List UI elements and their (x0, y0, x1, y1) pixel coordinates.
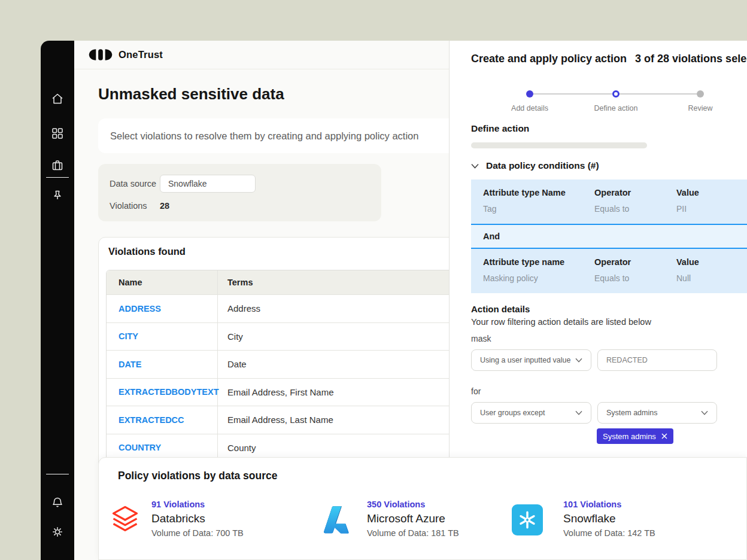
condition-connector: And (471, 225, 747, 248)
step-label-review: Review (682, 104, 718, 112)
table-row: DATE Date (107, 350, 450, 378)
step-review-dot[interactable] (697, 90, 704, 98)
violation-terms: Address (227, 303, 260, 314)
target-group-value: System admins (606, 409, 657, 417)
conditions-heading: Data policy conditions (#) (486, 160, 599, 171)
violation-terms: Date (227, 359, 247, 369)
brand-name: OneTrust (119, 49, 163, 60)
violation-name-link[interactable]: CITY (119, 331, 138, 341)
notifications-bell-icon[interactable] (50, 495, 65, 510)
action-details-heading: Action details (471, 304, 530, 314)
filter-summary-box: Data source Snowflake Violations 28 (98, 164, 381, 221)
source-violations-count[interactable]: 350 Violations (367, 500, 459, 509)
info-banner-text: Select violations to resolve them by cre… (110, 130, 418, 142)
chevron-down-icon (575, 409, 582, 417)
target-group-select[interactable]: System admins (597, 402, 717, 424)
step-add-details-dot[interactable] (526, 90, 533, 98)
progress-skeleton-bar (471, 142, 647, 148)
mask-value-text: REDACTED (606, 356, 648, 364)
sidebar-divider-bottom (46, 474, 69, 474)
selected-group-chip[interactable]: System admins (597, 428, 673, 444)
target-method-value: User groups except (480, 409, 545, 417)
for-label: for (471, 386, 481, 396)
condition-value-value: PII (676, 204, 687, 214)
snowflake-logo-icon (512, 504, 543, 535)
data-source-input[interactable]: Snowflake (160, 175, 256, 193)
condition-attr-value: Tag (483, 204, 497, 214)
violation-name-link[interactable]: DATE (119, 360, 141, 369)
condition-operator-value: Equals to (594, 204, 629, 214)
source-name: Microsoft Azure (367, 512, 459, 525)
policy-violations-card: Policy violations by data source 91 Viol… (98, 457, 747, 560)
table-row: EXTRACTEDBODYTEXT Email Address, First N… (107, 378, 450, 406)
target-method-select[interactable]: User groups except (471, 402, 591, 424)
condition-operator-header: Operator (594, 188, 631, 197)
mask-method-select[interactable]: Using a user inputted value (471, 349, 591, 371)
condition-row: Attribute type name Operator Value Maski… (471, 249, 747, 293)
source-volume: Volume of Data: 700 TB (151, 528, 244, 538)
conditions-collapse-header[interactable]: Data policy conditions (#) (471, 160, 599, 171)
column-header-terms: Terms (218, 270, 450, 294)
violations-found-heading: Violations found (108, 246, 186, 257)
onetrust-logo-icon (89, 48, 113, 61)
violations-label: Violations (110, 201, 160, 211)
mask-method-value: Using a user inputted value (480, 356, 570, 364)
condition-value-header: Value (676, 188, 699, 197)
source-violations-count[interactable]: 101 Violations (563, 500, 655, 509)
source-volume: Volume of Data: 181 TB (367, 528, 459, 538)
policy-violations-heading: Policy violations by data source (118, 470, 277, 482)
condition-attr-header: Attribute type name (483, 257, 564, 267)
violation-terms: County (227, 443, 256, 453)
violation-terms: Email Address, Last Name (227, 415, 333, 425)
column-header-name: Name (107, 270, 218, 294)
condition-attr-header: Attribute type Name (483, 188, 566, 197)
step-label-add-details: Add details (506, 104, 554, 112)
sidebar-divider-top (46, 177, 69, 178)
table-row: ADDRESS Address (107, 294, 450, 322)
source-name: Databricks (151, 512, 244, 525)
settings-gear-icon[interactable] (50, 525, 65, 539)
step-label-define-action: Define action (588, 104, 643, 112)
chip-label: System admins (603, 432, 656, 441)
condition-row: Attribute type Name Operator Value Tag E… (471, 179, 747, 224)
conditions-box: Attribute type Name Operator Value Tag E… (471, 179, 747, 293)
apps-grid-icon[interactable] (50, 126, 65, 141)
mask-value-input[interactable]: REDACTED (597, 349, 717, 371)
data-source-label: Data source (110, 179, 160, 188)
step-define-action-dot[interactable] (612, 90, 620, 98)
condition-value-value: Null (676, 273, 691, 283)
chevron-down-icon (701, 409, 708, 417)
violation-name-link[interactable]: EXTRACTEDCC (119, 415, 184, 425)
info-banner: Select violations to resolve them by cre… (98, 118, 450, 153)
chip-remove-icon[interactable] (661, 433, 667, 439)
source-violations-count[interactable]: 91 Violations (151, 500, 244, 509)
violation-terms: Email Address, First Name (227, 387, 334, 397)
panel-title: Create and apply policy action3 of 28 vi… (471, 53, 747, 65)
mask-label: mask (471, 334, 491, 343)
stepper-connector (533, 93, 612, 95)
pin-icon[interactable] (50, 189, 65, 203)
chevron-down-icon (471, 160, 479, 171)
violation-name-link[interactable]: COUNTRY (119, 443, 161, 452)
app-header: OneTrust (74, 41, 449, 69)
page-title: Unmasked sensitive data (98, 85, 284, 104)
action-details-description: Your row filtering action details are li… (471, 317, 651, 327)
sidebar-nav (41, 41, 74, 560)
violations-count: 28 (160, 201, 169, 211)
briefcase-icon[interactable] (50, 158, 65, 172)
databricks-logo-icon (111, 504, 139, 538)
selection-status: 3 of 28 violations selected (635, 53, 747, 65)
source-volume: Volume of Data: 142 TB (563, 528, 655, 538)
violations-table: Name Terms ADDRESS Address CITY City DAT… (106, 270, 450, 462)
condition-value-header: Value (676, 257, 699, 267)
violation-name-link[interactable]: EXTRACTEDBODYTEXT (119, 387, 219, 397)
condition-attr-value: Masking policy (483, 273, 538, 283)
table-row: CITY City (107, 322, 450, 351)
condition-operator-header: Operator (594, 257, 631, 267)
home-icon[interactable] (50, 92, 65, 106)
violation-terms: City (227, 331, 243, 342)
stepper-connector (620, 93, 697, 95)
violation-name-link[interactable]: ADDRESS (119, 304, 161, 314)
source-name: Snowflake (563, 512, 655, 525)
condition-operator-value: Equals to (594, 273, 629, 283)
